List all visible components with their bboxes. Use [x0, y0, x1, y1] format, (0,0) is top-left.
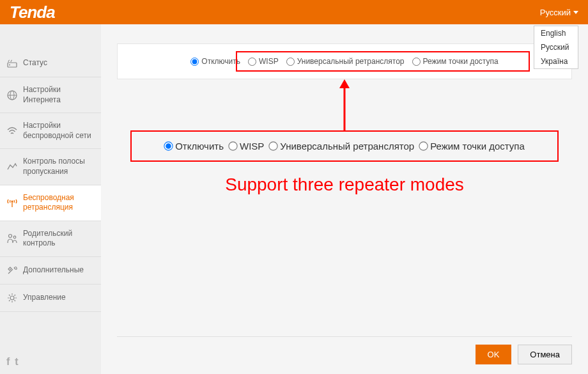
- sidebar-footer: f t: [0, 350, 101, 374]
- svg-point-7: [9, 235, 12, 238]
- annotation-caption: Support three repeater modes: [117, 175, 572, 195]
- annotation-highlight-small: [236, 51, 530, 72]
- sidebar-item-status[interactable]: Статус: [0, 50, 101, 77]
- radio-input: [228, 141, 237, 150]
- sidebar-item-label: Настройки Интернета: [23, 85, 95, 105]
- twitter-icon[interactable]: t: [15, 356, 18, 368]
- sidebar-item-wireless[interactable]: Настройки беспроводной сети: [0, 113, 101, 149]
- radio-input: [419, 141, 428, 150]
- language-option[interactable]: Русский: [534, 40, 578, 54]
- svg-point-6: [12, 201, 13, 203]
- logo: Tenda: [10, 3, 55, 22]
- radio-label: WISP: [240, 141, 264, 152]
- zoom-option-wisp: WISP: [229, 141, 264, 152]
- sidebar-item-label: Беспроводная ретрансляция: [23, 193, 95, 213]
- sidebar-item-management[interactable]: Управление: [0, 284, 101, 312]
- sidebar-item-bandwidth[interactable]: Контроль полосы пропускания: [0, 149, 101, 185]
- footer: OK Отмена: [117, 336, 572, 374]
- zoom-option-ap: Режим точки доступа: [419, 141, 525, 152]
- chevron-down-icon: [573, 11, 578, 14]
- radio-input: [269, 141, 278, 150]
- svg-point-8: [13, 237, 16, 239]
- tools-icon: [6, 265, 18, 276]
- bandwidth-icon: [6, 161, 18, 173]
- radio-input[interactable]: [190, 58, 199, 66]
- radio-input: [164, 141, 173, 150]
- zoom-option-disable: Отключить: [164, 141, 224, 152]
- main: Отключить WISP Универсальный ретранслято…: [101, 24, 588, 374]
- language-option[interactable]: English: [534, 26, 578, 40]
- zoom-option-repeater: Универсальный ретранслятор: [269, 141, 414, 152]
- sidebar-spacer: [0, 24, 101, 50]
- header: Tenda Русский English Русский Україна: [0, 0, 588, 24]
- annotation-zoom: Отключить WISP Универсальный ретранслято…: [117, 130, 572, 195]
- wifi-icon: [6, 125, 18, 137]
- svg-point-1: [9, 65, 10, 66]
- antenna-icon: [6, 197, 18, 208]
- sidebar-item-label: Родительский контроль: [23, 229, 95, 249]
- language-current-label: Русский: [540, 8, 571, 17]
- globe-icon: [6, 90, 18, 101]
- annotation-highlight-large: Отключить WISP Универсальный ретранслято…: [130, 130, 559, 162]
- radio-label: Режим точки доступа: [430, 141, 525, 152]
- language-selector[interactable]: Русский English Русский Україна: [540, 8, 578, 17]
- ok-button[interactable]: OK: [476, 345, 512, 364]
- language-dropdown: English Русский Україна: [534, 26, 578, 69]
- zoom-radio-group: Отключить WISP Универсальный ретранслято…: [144, 141, 545, 152]
- radio-label: Универсальный ретранслятор: [280, 141, 414, 152]
- status-icon: [6, 58, 18, 69]
- radio-label: Отключить: [201, 57, 240, 66]
- sidebar-item-label: Статус: [23, 58, 47, 68]
- radio-label: Отключить: [175, 141, 224, 152]
- facebook-icon[interactable]: f: [6, 356, 10, 368]
- sidebar-item-parental[interactable]: Родительский контроль: [0, 221, 101, 257]
- sidebar-item-label: Контроль полосы пропускания: [23, 157, 95, 176]
- cancel-button[interactable]: Отмена: [518, 345, 572, 364]
- parental-icon: [6, 233, 18, 244]
- svg-marker-11: [339, 79, 350, 88]
- gear-icon: [6, 292, 18, 304]
- container: Статус Настройки Интернета Настройки бес…: [0, 24, 588, 374]
- sidebar-item-internet[interactable]: Настройки Интернета: [0, 77, 101, 113]
- mode-option-disable[interactable]: Отключить: [190, 57, 240, 66]
- svg-point-9: [10, 296, 14, 300]
- sidebar-item-label: Дополнительные: [23, 265, 84, 276]
- language-current[interactable]: Русский: [540, 8, 578, 17]
- sidebar-item-advanced[interactable]: Дополнительные: [0, 257, 101, 284]
- language-option[interactable]: Україна: [534, 54, 578, 68]
- sidebar-item-label: Настройки беспроводной сети: [23, 121, 95, 141]
- sidebar-item-label: Управление: [23, 293, 66, 303]
- sidebar-item-repeater[interactable]: Беспроводная ретрансляция: [0, 185, 101, 221]
- sidebar: Статус Настройки Интернета Настройки бес…: [0, 24, 101, 374]
- arrow-icon: [338, 79, 351, 132]
